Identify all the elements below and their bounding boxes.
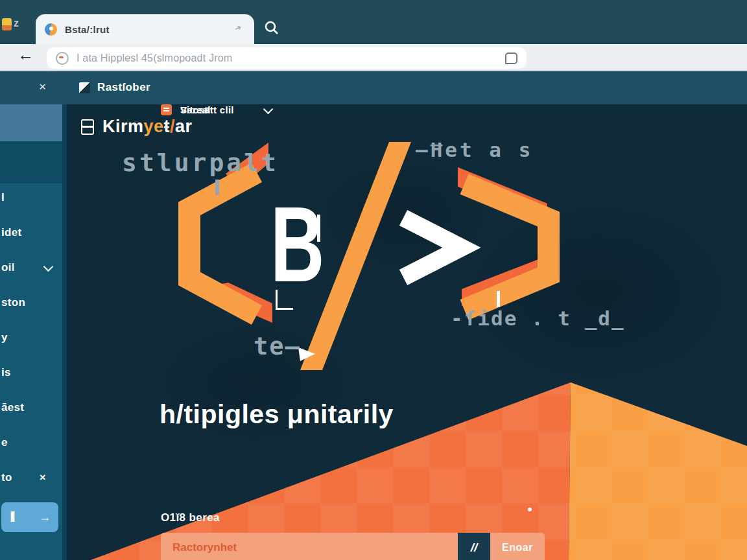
sidebar-item-6[interactable]: is	[0, 363, 62, 382]
sidebar-item-label: to	[1, 471, 12, 484]
sidebar-item-label: idet	[1, 226, 21, 239]
sidebar-item-label: is	[1, 366, 11, 379]
sidebar-edge	[62, 104, 67, 560]
title-segment: ar	[175, 117, 193, 136]
arrow-right-icon: →	[39, 511, 51, 524]
page-title-icon	[81, 119, 94, 135]
hero-annotation-mid-right: -ſide . t _d_	[451, 307, 625, 330]
tab-favicon-icon	[45, 23, 57, 36]
sidebar: l idet oil ston y is āest e to × l →	[0, 104, 67, 560]
site-logo-icon	[79, 82, 90, 93]
site-title: Rastſober	[97, 81, 150, 94]
browser-tab[interactable]: Bsta/:lrut ➔	[36, 14, 254, 44]
sidebar-item-label: y	[1, 331, 8, 344]
greater-than-glyph	[403, 218, 462, 277]
signup-row: // Enoar	[161, 533, 545, 560]
sidebar-cta-button[interactable]: l →	[1, 502, 58, 532]
search-icon[interactable]	[263, 19, 280, 36]
site-identity-icon	[56, 52, 69, 65]
sidebar-item-label: ston	[1, 296, 25, 309]
browser-tab-strip: z Bsta/:lrut ➔	[0, 0, 747, 44]
close-icon[interactable]: ×	[40, 471, 46, 484]
sidebar-item-label: oil	[1, 261, 15, 274]
sidebar-item-2[interactable]: idet	[0, 223, 62, 242]
title-segment: Kirm	[102, 117, 144, 136]
hero-letter-b: B	[270, 191, 324, 298]
page-title: Kirmyeŧ/ar	[102, 117, 193, 137]
sidebar-item-8[interactable]: e	[0, 433, 62, 452]
hero-tick	[215, 180, 219, 195]
sidebar-item-9[interactable]: to ×	[0, 468, 62, 487]
page-header-band: × Rastſober	[0, 71, 747, 104]
hero-annotation-top-right: —Ħet a s	[416, 138, 533, 161]
sidebar-item-3[interactable]: oil	[0, 258, 62, 277]
tab-title: Bsta/:lrut	[65, 24, 110, 35]
sidebar-item-label: l	[1, 191, 5, 204]
slash-button[interactable]: //	[458, 533, 490, 560]
section-heading: h/tipigles μnitarily	[160, 399, 394, 430]
feature-item-2[interactable]: Vitcsätt clil	[161, 104, 272, 115]
address-search-icon[interactable]	[505, 52, 517, 64]
address-bar[interactable]: I ata Hipplesl 45(slmopoadt Jrom	[47, 47, 527, 69]
hero-annotation-bottom-left: te—	[254, 332, 301, 360]
submit-button[interactable]: Enoar	[490, 533, 545, 560]
hero-tick	[497, 291, 500, 307]
corner-mark	[276, 290, 293, 310]
window-glyph-icon: z	[14, 18, 19, 29]
caret-mark	[317, 215, 320, 242]
sidebar-item-1[interactable]: l	[0, 188, 62, 207]
feature-label: Vitcsätt clil	[180, 104, 234, 115]
close-icon[interactable]: ×	[39, 80, 46, 93]
sidebar-item-label: e	[1, 436, 8, 449]
sparkle-dot	[528, 508, 532, 511]
tab-pin-icon[interactable]: ➔	[233, 23, 243, 34]
address-url-text[interactable]: I ata Hipplesl 45(slmopoadt Jrom	[77, 52, 232, 64]
sidebar-item-5[interactable]: y	[0, 328, 62, 347]
title-segment: /	[170, 117, 175, 136]
main-content: Kirmyeŧ/ar stlurpalt —Ħet a s -ſide . t …	[67, 104, 747, 560]
chevron-down-icon[interactable]	[43, 261, 53, 272]
hero-annotation-top-left: stlurpalt	[122, 148, 279, 177]
back-button[interactable]: ←	[18, 47, 34, 63]
sidebar-item-label: āest	[1, 401, 24, 414]
title-segment: ŧ	[164, 117, 171, 136]
title-segment: ye	[144, 117, 164, 136]
sidebar-section-divider	[0, 141, 62, 183]
feature-doc-icon	[161, 104, 172, 115]
chevron-down-icon[interactable]	[263, 104, 274, 114]
form-label: O1ĭ8 berea	[161, 511, 220, 524]
window-app-icon	[2, 18, 12, 30]
sidebar-item-7[interactable]: āest	[0, 398, 62, 417]
sidebar-highlight-band[interactable]	[0, 104, 62, 141]
cta-label: l	[9, 509, 16, 526]
email-field[interactable]	[161, 533, 458, 560]
sidebar-item-4[interactable]: ston	[0, 293, 62, 312]
